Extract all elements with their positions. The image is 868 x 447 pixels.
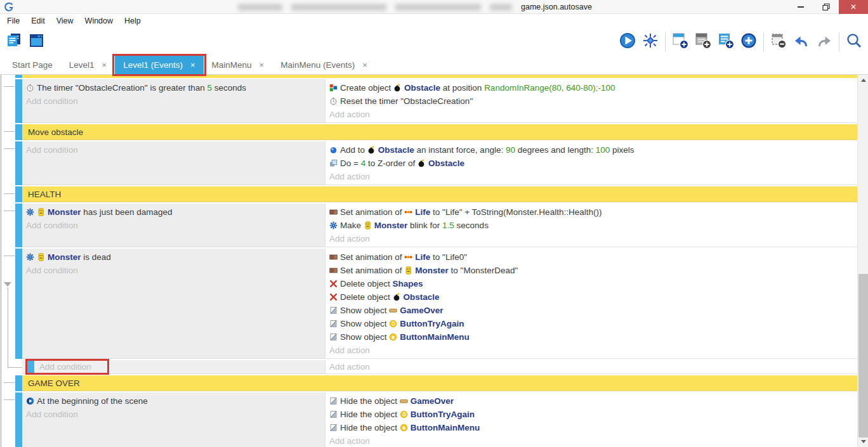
event-selection-bar[interactable] <box>15 75 22 78</box>
instruction-text: At the beginning of the scene <box>37 396 148 406</box>
scene-editor-button[interactable] <box>25 30 48 54</box>
action-item[interactable]: Create object Obstacle at position Rando… <box>326 81 857 94</box>
condition-item[interactable]: Monster is dead <box>22 250 325 264</box>
action-item[interactable]: Set animation of Life to "Life0" <box>326 250 857 264</box>
event-row: Monster is deadAdd conditionSet animatio… <box>1 249 857 359</box>
action-item[interactable]: Hide the object GameOver <box>326 394 857 408</box>
instruction-text: an instant force, angle: <box>414 145 506 155</box>
event-selection-bar[interactable] <box>15 375 22 391</box>
comment-text[interactable]: HEALTH <box>22 186 857 202</box>
event-gutter <box>1 141 15 185</box>
action-item[interactable]: Hide the object ButtonTryAgain <box>326 408 857 421</box>
menu-item-edit[interactable]: Edit <box>25 14 51 28</box>
debugger-button[interactable] <box>639 30 662 54</box>
scroll-down-arrow[interactable] <box>858 436 868 447</box>
instruction-text: Delete object <box>340 279 393 288</box>
object-name: Obstacle <box>428 159 464 168</box>
project-manager-button[interactable] <box>3 30 25 54</box>
add-action-placeholder[interactable]: Add action <box>325 360 857 374</box>
action-item[interactable]: Show object ButtonTryAgain <box>326 317 857 330</box>
event-selection-bar[interactable] <box>15 249 22 359</box>
event-selection-bar[interactable] <box>15 204 22 247</box>
visibility-icon <box>329 397 338 405</box>
search-button[interactable] <box>843 30 865 54</box>
indent-spacer <box>15 360 22 374</box>
tab-mainmenu-events[interactable]: MainMenu (Events)× <box>272 56 376 74</box>
tab-close-icon[interactable]: × <box>260 60 265 70</box>
menu-item-window[interactable]: Window <box>79 14 119 28</box>
condition-item[interactable]: At the beginning of the scene <box>22 394 325 408</box>
event-selection-bar[interactable] <box>15 392 22 447</box>
add-condition-placeholder[interactable]: Add condition <box>22 94 325 108</box>
vertical-scrollbar[interactable] <box>857 75 868 447</box>
add-action-placeholder[interactable]: Add action <box>326 170 857 183</box>
add-event-button[interactable] <box>669 30 692 54</box>
menu-item-help[interactable]: Help <box>119 14 147 28</box>
redo-button[interactable] <box>813 30 836 54</box>
undo-button[interactable] <box>790 30 813 54</box>
scroll-thumb[interactable] <box>858 274 868 437</box>
subevent-add-condition[interactable]: Add condition <box>27 360 109 373</box>
action-item[interactable]: Show object ButtonMainMenu <box>326 330 857 344</box>
event-gutter <box>1 75 15 78</box>
action-item[interactable]: Hide the object ButtonMainMenu <box>326 421 857 434</box>
object-name: Shapes <box>393 279 423 288</box>
add-action-placeholder[interactable]: Add action <box>326 232 857 245</box>
instruction-text: to "Life0" <box>430 252 467 262</box>
action-item[interactable]: Delete object Obstacle <box>326 290 857 304</box>
tab-level1[interactable]: Level1× <box>61 56 115 74</box>
action-item[interactable]: Reset the timer "ObstacleCreation" <box>326 94 857 108</box>
action-item[interactable]: Show object GameOver <box>326 304 857 317</box>
tab-label: Level1 (Events) <box>123 60 183 70</box>
add-condition-placeholder[interactable]: Add condition <box>22 143 325 157</box>
bomb-icon <box>393 293 402 301</box>
action-item[interactable]: Set animation of Monster to "MonsterDead… <box>326 264 857 277</box>
comment-text[interactable]: Move obstacle <box>22 124 857 140</box>
event-selection-bar[interactable] <box>15 124 22 140</box>
add-condition-placeholder[interactable]: Add condition <box>22 219 325 232</box>
play-button[interactable] <box>616 30 639 54</box>
comment-row: HEALTH <box>1 186 857 202</box>
tab-mainmenu[interactable]: MainMenu× <box>204 56 273 74</box>
tab-level1-events[interactable]: Level1 (Events)× <box>115 56 203 74</box>
minimize-button[interactable] <box>788 0 813 14</box>
add-condition-placeholder[interactable]: Add condition <box>39 362 91 372</box>
object-name: Life <box>415 207 430 217</box>
action-item[interactable]: Set animation of Life to "Life" + ToStri… <box>326 205 857 219</box>
condition-item[interactable]: The timer "ObstacleCreation" is greater … <box>22 81 325 94</box>
tab-close-icon[interactable]: × <box>362 60 367 70</box>
menu-item-view[interactable]: View <box>51 14 79 28</box>
bomb-icon <box>393 84 402 92</box>
subevent-selection-bar[interactable] <box>27 360 34 374</box>
tab-start-page[interactable]: Start Page <box>4 56 61 74</box>
add-condition-placeholder[interactable]: Add condition <box>22 408 325 421</box>
add-instruction-button[interactable] <box>737 30 760 54</box>
gear-icon <box>329 221 338 230</box>
add-action-placeholder[interactable]: Add action <box>326 434 857 447</box>
tab-close-icon[interactable]: × <box>102 60 107 70</box>
close-button[interactable]: ✕ <box>839 0 868 14</box>
conditions-cell: Monster is deadAdd condition <box>22 249 325 359</box>
add-comment-button[interactable] <box>714 30 737 54</box>
action-item[interactable]: Delete object Shapes <box>326 277 857 290</box>
action-item[interactable]: Do = 4 to Z-order of Obstacle <box>326 157 857 170</box>
comment-text[interactable]: GAME OVER <box>22 375 857 391</box>
menu-item-file[interactable]: File <box>1 14 25 28</box>
action-item[interactable]: Add to Obstacle an instant force, angle:… <box>326 143 857 157</box>
delete-event-button[interactable] <box>767 30 790 54</box>
event-selection-bar[interactable] <box>15 79 22 123</box>
event-gutter <box>1 79 15 123</box>
play-icon <box>619 32 636 52</box>
add-subevent-button[interactable] <box>692 30 714 54</box>
tab-close-icon[interactable]: × <box>190 60 195 70</box>
action-item[interactable]: Make Monster blink for 1.5 seconds <box>326 219 857 232</box>
add-action-placeholder[interactable]: Add action <box>326 344 857 357</box>
add-condition-placeholder[interactable]: Add condition <box>22 264 325 277</box>
actions-cell: Hide the object GameOverHide the object … <box>325 392 857 447</box>
restore-button[interactable] <box>813 0 839 14</box>
add-action-placeholder[interactable]: Add action <box>326 108 857 121</box>
condition-item[interactable]: Monster has just been damaged <box>22 205 325 219</box>
scroll-up-arrow[interactable] <box>858 75 868 86</box>
event-selection-bar[interactable] <box>15 186 22 202</box>
event-selection-bar[interactable] <box>15 141 22 185</box>
